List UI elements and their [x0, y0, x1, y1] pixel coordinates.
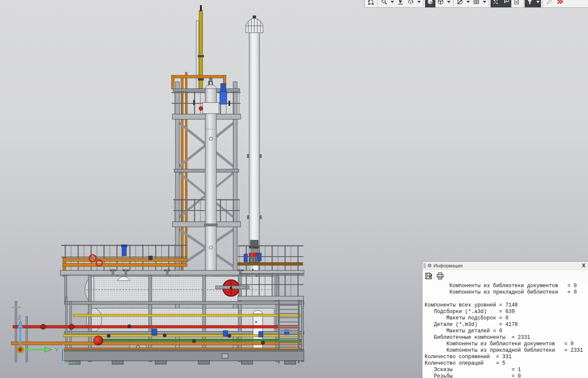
- pan-icon[interactable]: [395, 0, 406, 7]
- hide-object-dropdown[interactable]: [465, 0, 471, 7]
- hide-object-icon[interactable]: [455, 0, 465, 7]
- close-icon[interactable]: X: [579, 263, 588, 269]
- zoom-dropdown[interactable]: [389, 0, 395, 7]
- wireframe-dropdown[interactable]: [446, 0, 452, 7]
- save-icon[interactable]: [425, 272, 433, 280]
- wireframe-view-icon[interactable]: [435, 0, 446, 7]
- drawing-sheet-icon[interactable]: [511, 0, 522, 7]
- rotate-icon[interactable]: [406, 0, 416, 7]
- cad-application-window: Z Y: [0, 0, 588, 378]
- info-panel-content: Компоненты из библиотеки документов = 0 …: [422, 282, 588, 378]
- sketch-icon[interactable]: [366, 0, 376, 7]
- info-panel-title: Информация: [434, 263, 579, 268]
- shaded-view-icon[interactable]: [425, 0, 435, 7]
- section-view-icon[interactable]: [491, 0, 501, 7]
- info-panel-toolbar: [422, 270, 588, 282]
- axis-y-label: Y: [55, 347, 59, 353]
- axes-triad: Z Y: [17, 314, 59, 353]
- filter-icon[interactable]: [525, 0, 535, 7]
- statistics-text: Компоненты из библиотеки документов = 0 …: [422, 282, 588, 378]
- edit-pencil-icon[interactable]: [544, 0, 554, 7]
- info-panel: ⚙ Информация X Компоненты из библиотеки …: [422, 261, 588, 378]
- view-toolbar: [364, 0, 588, 8]
- red-sphere-equipment: [94, 336, 103, 345]
- print-icon[interactable]: [436, 272, 444, 280]
- base-frame[interactable]: [63, 350, 304, 364]
- overflow-chevron-icon[interactable]: [554, 0, 565, 7]
- panel-drag-handle[interactable]: [423, 263, 426, 268]
- display-options-icon[interactable]: [471, 0, 482, 7]
- filter-dropdown[interactable]: [535, 0, 541, 7]
- display-options-dropdown[interactable]: [482, 0, 488, 7]
- axis-z-label: Z: [18, 314, 21, 321]
- rotate-dropdown[interactable]: [416, 0, 422, 7]
- clip-region-icon[interactable]: [501, 0, 511, 7]
- zoom-icon[interactable]: [379, 0, 389, 7]
- info-panel-header: ⚙ Информация X: [422, 262, 588, 270]
- gear-icon: ⚙: [427, 263, 432, 268]
